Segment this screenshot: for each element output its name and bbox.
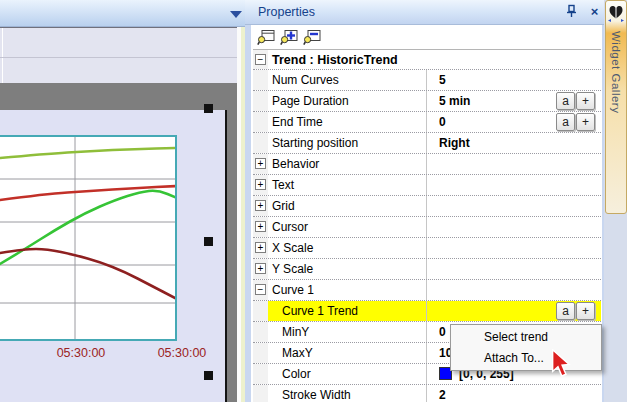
cursor-icon bbox=[551, 349, 572, 383]
property-label: Color bbox=[282, 367, 311, 381]
property-row-curve-1-trend[interactable]: Curve 1 Trenda+ bbox=[253, 301, 601, 322]
category-row-y-scale[interactable]: +Y Scale bbox=[253, 259, 601, 280]
divider bbox=[2, 28, 3, 83]
attribute-button[interactable]: a bbox=[556, 113, 575, 131]
property-label: Behavior bbox=[272, 157, 319, 171]
collapse-icon[interactable]: − bbox=[255, 54, 266, 65]
canvas-background bbox=[227, 83, 237, 402]
expand-icon[interactable]: + bbox=[255, 200, 266, 211]
category-row-x-scale[interactable]: +X Scale bbox=[253, 238, 601, 259]
collapse-icon[interactable]: − bbox=[255, 284, 266, 295]
indent-cell bbox=[253, 112, 268, 132]
category-row-grid[interactable]: +Grid bbox=[253, 196, 601, 217]
divider bbox=[0, 57, 237, 58]
property-row-starting-position[interactable]: Starting positionRight bbox=[253, 133, 601, 154]
x-axis-tick: 0 bbox=[0, 346, 7, 360]
indent-cell: − bbox=[253, 50, 268, 69]
property-value: 5 bbox=[439, 73, 446, 87]
property-value: 0 bbox=[439, 115, 446, 129]
plus-button[interactable]: + bbox=[576, 92, 595, 110]
property-label: MinY bbox=[282, 325, 309, 339]
indent-cell bbox=[253, 385, 268, 402]
menu-item-select-trend[interactable]: Select trend bbox=[451, 327, 601, 348]
attribute-button[interactable]: a bbox=[556, 302, 575, 320]
indent-cell: + bbox=[253, 196, 268, 216]
context-menu: Select trendAttach To... bbox=[450, 324, 602, 371]
indent-cell: + bbox=[253, 259, 268, 279]
trend-widget[interactable] bbox=[0, 135, 177, 341]
design-page[interactable]: 0 05:30:00 05:30:00 bbox=[0, 110, 227, 402]
indent-cell bbox=[253, 133, 268, 153]
property-label: Starting position bbox=[272, 136, 358, 150]
menu-item-attach-to[interactable]: Attach To... bbox=[451, 348, 601, 369]
property-label: MaxY bbox=[282, 346, 313, 360]
widget-gallery-icon bbox=[607, 4, 625, 24]
plus-button[interactable]: + bbox=[576, 113, 595, 131]
tab-label: Widget Gallery bbox=[610, 31, 622, 113]
canvas-toolbar-band bbox=[0, 27, 237, 83]
category-row-cursor[interactable]: +Cursor bbox=[253, 217, 601, 238]
property-row-num-curves[interactable]: Num Curves5 bbox=[253, 70, 601, 91]
indent-cell bbox=[253, 343, 268, 363]
property-value: 5 min bbox=[439, 94, 470, 108]
property-label: Y Scale bbox=[272, 262, 313, 276]
curve-red bbox=[0, 186, 177, 200]
property-label: Curve 1 bbox=[272, 283, 314, 297]
indent-cell: + bbox=[253, 154, 268, 174]
property-label: Curve 1 Trend bbox=[282, 304, 358, 318]
property-row-page-duration[interactable]: Page Duration5 mina+ bbox=[253, 91, 601, 112]
selection-handle[interactable] bbox=[204, 104, 213, 113]
property-label: Page Duration bbox=[272, 94, 349, 108]
trend-plot bbox=[0, 137, 177, 339]
property-row-stroke-width[interactable]: Stroke Width2 bbox=[253, 385, 601, 402]
property-label: Num Curves bbox=[272, 73, 339, 87]
property-label: Trend : HistoricTrend bbox=[272, 53, 398, 67]
expand-icon[interactable]: + bbox=[255, 242, 266, 253]
expand-icon[interactable]: + bbox=[255, 179, 266, 190]
property-label: Text bbox=[272, 178, 294, 192]
indent-cell bbox=[253, 70, 268, 90]
category-row-trend-historictrend[interactable]: −Trend : HistoricTrend bbox=[253, 49, 601, 70]
indent-cell bbox=[253, 301, 268, 321]
property-row-end-time[interactable]: End Time0a+ bbox=[253, 112, 601, 133]
property-label: Cursor bbox=[272, 220, 308, 234]
category-row-curve-1[interactable]: −Curve 1 bbox=[253, 280, 601, 301]
category-row-behavior[interactable]: +Behavior bbox=[253, 154, 601, 175]
plus-button[interactable]: + bbox=[576, 302, 595, 320]
x-axis-tick: 05:30:00 bbox=[153, 346, 211, 360]
indent-cell bbox=[253, 91, 268, 111]
curve-dark-red bbox=[0, 249, 177, 299]
attribute-button[interactable]: a bbox=[556, 92, 575, 110]
property-label: Grid bbox=[272, 199, 295, 213]
selection-handle[interactable] bbox=[204, 237, 213, 246]
expand-icon[interactable]: + bbox=[255, 158, 266, 169]
property-value: 2 bbox=[439, 388, 446, 402]
canvas-top-bar bbox=[0, 0, 245, 27]
chevron-down-icon[interactable] bbox=[230, 11, 242, 18]
canvas-background bbox=[0, 83, 237, 110]
curve-bright-green bbox=[0, 191, 177, 264]
expand-icon[interactable]: + bbox=[255, 263, 266, 274]
expand-icon[interactable]: + bbox=[255, 221, 266, 232]
indent-cell bbox=[253, 364, 268, 384]
indent-cell bbox=[253, 322, 268, 342]
indent-cell: + bbox=[253, 238, 268, 258]
indent-cell: + bbox=[253, 217, 268, 237]
curve-olive-green bbox=[0, 148, 177, 158]
property-label: X Scale bbox=[272, 241, 313, 255]
right-tab-strip: Widget Gallery bbox=[604, 0, 627, 402]
indent-cell: + bbox=[253, 175, 268, 195]
screen: 0 05:30:00 05:30:00 Properties × bbox=[0, 0, 627, 402]
x-axis-tick: 05:30:00 bbox=[52, 346, 110, 360]
selection-handle[interactable] bbox=[204, 371, 213, 380]
property-value: 0 bbox=[439, 325, 446, 339]
property-value: Right bbox=[439, 136, 470, 150]
tab-widget-gallery[interactable]: Widget Gallery bbox=[605, 0, 627, 214]
property-label: Stroke Width bbox=[282, 388, 351, 402]
category-row-text[interactable]: +Text bbox=[253, 175, 601, 196]
property-label: End Time bbox=[272, 115, 323, 129]
indent-cell: − bbox=[253, 280, 268, 300]
